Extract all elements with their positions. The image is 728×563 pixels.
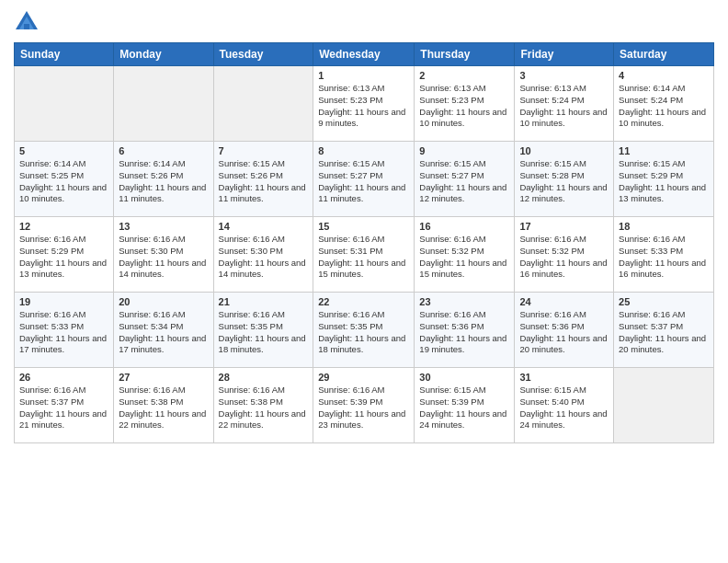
calendar-cell: 25Sunrise: 6:16 AM Sunset: 5:37 PM Dayli… bbox=[614, 293, 714, 368]
day-info: Sunrise: 6:14 AM Sunset: 5:25 PM Dayligh… bbox=[19, 158, 108, 205]
calendar-cell: 8Sunrise: 6:15 AM Sunset: 5:27 PM Daylig… bbox=[313, 142, 415, 217]
day-number: 23 bbox=[419, 296, 509, 307]
calendar: SundayMondayTuesdayWednesdayThursdayFrid… bbox=[14, 42, 714, 443]
calendar-cell: 21Sunrise: 6:16 AM Sunset: 5:35 PM Dayli… bbox=[213, 293, 313, 368]
day-number: 4 bbox=[619, 70, 709, 81]
logo-icon bbox=[14, 9, 40, 35]
calendar-week-row: 26Sunrise: 6:16 AM Sunset: 5:37 PM Dayli… bbox=[15, 368, 714, 443]
day-number: 17 bbox=[519, 221, 609, 232]
calendar-cell: 15Sunrise: 6:16 AM Sunset: 5:31 PM Dayli… bbox=[313, 217, 415, 293]
header bbox=[14, 9, 714, 35]
day-number: 1 bbox=[318, 70, 409, 81]
day-info: Sunrise: 6:16 AM Sunset: 5:38 PM Dayligh… bbox=[219, 385, 309, 431]
calendar-day-header: Sunday bbox=[15, 43, 114, 66]
calendar-cell: 11Sunrise: 6:15 AM Sunset: 5:29 PM Dayli… bbox=[614, 142, 714, 217]
calendar-cell: 9Sunrise: 6:15 AM Sunset: 5:27 PM Daylig… bbox=[415, 142, 515, 217]
day-info: Sunrise: 6:15 AM Sunset: 5:28 PM Dayligh… bbox=[519, 158, 609, 205]
calendar-cell: 10Sunrise: 6:15 AM Sunset: 5:28 PM Dayli… bbox=[515, 142, 614, 217]
calendar-cell: 19Sunrise: 6:16 AM Sunset: 5:33 PM Dayli… bbox=[15, 293, 114, 368]
day-info: Sunrise: 6:16 AM Sunset: 5:29 PM Dayligh… bbox=[19, 234, 108, 281]
calendar-cell: 17Sunrise: 6:16 AM Sunset: 5:32 PM Dayli… bbox=[515, 217, 614, 293]
calendar-day-header: Saturday bbox=[614, 43, 714, 66]
calendar-cell: 31Sunrise: 6:15 AM Sunset: 5:40 PM Dayli… bbox=[515, 368, 614, 443]
day-number: 12 bbox=[19, 221, 108, 232]
day-number: 6 bbox=[119, 145, 208, 156]
calendar-week-row: 19Sunrise: 6:16 AM Sunset: 5:33 PM Dayli… bbox=[15, 293, 714, 368]
calendar-cell: 7Sunrise: 6:15 AM Sunset: 5:26 PM Daylig… bbox=[213, 142, 313, 217]
calendar-cell: 1Sunrise: 6:13 AM Sunset: 5:23 PM Daylig… bbox=[313, 66, 415, 142]
calendar-cell: 16Sunrise: 6:16 AM Sunset: 5:32 PM Dayli… bbox=[415, 217, 515, 293]
day-info: Sunrise: 6:16 AM Sunset: 5:37 PM Dayligh… bbox=[19, 385, 108, 431]
day-number: 5 bbox=[19, 145, 108, 156]
day-number: 10 bbox=[519, 145, 609, 156]
day-info: Sunrise: 6:16 AM Sunset: 5:39 PM Dayligh… bbox=[318, 385, 409, 431]
calendar-cell: 23Sunrise: 6:16 AM Sunset: 5:36 PM Dayli… bbox=[415, 293, 515, 368]
calendar-cell bbox=[213, 66, 313, 142]
day-number: 31 bbox=[519, 372, 609, 383]
day-number: 27 bbox=[119, 372, 208, 383]
calendar-week-row: 12Sunrise: 6:16 AM Sunset: 5:29 PM Dayli… bbox=[15, 217, 714, 293]
calendar-cell bbox=[15, 66, 114, 142]
calendar-day-header: Tuesday bbox=[213, 43, 313, 66]
calendar-cell bbox=[614, 368, 714, 443]
day-info: Sunrise: 6:15 AM Sunset: 5:27 PM Dayligh… bbox=[419, 158, 509, 205]
page: SundayMondayTuesdayWednesdayThursdayFrid… bbox=[0, 0, 728, 563]
calendar-header-row: SundayMondayTuesdayWednesdayThursdayFrid… bbox=[15, 43, 714, 66]
day-info: Sunrise: 6:16 AM Sunset: 5:34 PM Dayligh… bbox=[119, 309, 208, 356]
day-info: Sunrise: 6:16 AM Sunset: 5:32 PM Dayligh… bbox=[519, 234, 609, 281]
day-info: Sunrise: 6:15 AM Sunset: 5:26 PM Dayligh… bbox=[219, 158, 309, 205]
calendar-day-header: Wednesday bbox=[313, 43, 415, 66]
day-number: 14 bbox=[219, 221, 309, 232]
day-number: 25 bbox=[619, 296, 709, 307]
calendar-cell: 2Sunrise: 6:13 AM Sunset: 5:23 PM Daylig… bbox=[415, 66, 515, 142]
day-info: Sunrise: 6:16 AM Sunset: 5:33 PM Dayligh… bbox=[19, 309, 108, 356]
calendar-cell: 29Sunrise: 6:16 AM Sunset: 5:39 PM Dayli… bbox=[313, 368, 415, 443]
day-info: Sunrise: 6:13 AM Sunset: 5:24 PM Dayligh… bbox=[519, 83, 609, 130]
calendar-cell: 18Sunrise: 6:16 AM Sunset: 5:33 PM Dayli… bbox=[614, 217, 714, 293]
calendar-day-header: Monday bbox=[114, 43, 213, 66]
day-number: 13 bbox=[119, 221, 208, 232]
calendar-cell: 6Sunrise: 6:14 AM Sunset: 5:26 PM Daylig… bbox=[114, 142, 213, 217]
day-info: Sunrise: 6:16 AM Sunset: 5:30 PM Dayligh… bbox=[219, 234, 309, 281]
calendar-cell: 4Sunrise: 6:14 AM Sunset: 5:24 PM Daylig… bbox=[614, 66, 714, 142]
day-number: 30 bbox=[419, 372, 509, 383]
day-info: Sunrise: 6:15 AM Sunset: 5:40 PM Dayligh… bbox=[519, 385, 609, 431]
calendar-cell: 22Sunrise: 6:16 AM Sunset: 5:35 PM Dayli… bbox=[313, 293, 415, 368]
day-number: 24 bbox=[519, 296, 609, 307]
day-info: Sunrise: 6:16 AM Sunset: 5:31 PM Dayligh… bbox=[318, 234, 409, 281]
calendar-cell: 5Sunrise: 6:14 AM Sunset: 5:25 PM Daylig… bbox=[15, 142, 114, 217]
day-info: Sunrise: 6:16 AM Sunset: 5:32 PM Dayligh… bbox=[419, 234, 509, 281]
day-number: 20 bbox=[119, 296, 208, 307]
day-info: Sunrise: 6:13 AM Sunset: 5:23 PM Dayligh… bbox=[318, 83, 409, 130]
day-number: 8 bbox=[318, 145, 409, 156]
day-info: Sunrise: 6:16 AM Sunset: 5:35 PM Dayligh… bbox=[318, 309, 409, 356]
day-number: 21 bbox=[219, 296, 309, 307]
calendar-week-row: 1Sunrise: 6:13 AM Sunset: 5:23 PM Daylig… bbox=[15, 66, 714, 142]
day-number: 19 bbox=[19, 296, 108, 307]
day-number: 18 bbox=[619, 221, 709, 232]
calendar-cell: 26Sunrise: 6:16 AM Sunset: 5:37 PM Dayli… bbox=[15, 368, 114, 443]
day-info: Sunrise: 6:16 AM Sunset: 5:35 PM Dayligh… bbox=[219, 309, 309, 356]
day-number: 2 bbox=[419, 70, 509, 81]
calendar-cell: 3Sunrise: 6:13 AM Sunset: 5:24 PM Daylig… bbox=[515, 66, 614, 142]
calendar-day-header: Thursday bbox=[415, 43, 515, 66]
calendar-cell: 20Sunrise: 6:16 AM Sunset: 5:34 PM Dayli… bbox=[114, 293, 213, 368]
calendar-cell: 24Sunrise: 6:16 AM Sunset: 5:36 PM Dayli… bbox=[515, 293, 614, 368]
day-number: 11 bbox=[619, 145, 709, 156]
calendar-cell: 14Sunrise: 6:16 AM Sunset: 5:30 PM Dayli… bbox=[213, 217, 313, 293]
day-number: 16 bbox=[419, 221, 509, 232]
day-info: Sunrise: 6:16 AM Sunset: 5:30 PM Dayligh… bbox=[119, 234, 208, 281]
day-number: 26 bbox=[19, 372, 108, 383]
logo bbox=[14, 9, 43, 35]
calendar-day-header: Friday bbox=[515, 43, 614, 66]
day-info: Sunrise: 6:13 AM Sunset: 5:23 PM Dayligh… bbox=[419, 83, 509, 130]
day-number: 15 bbox=[318, 221, 409, 232]
day-number: 29 bbox=[318, 372, 409, 383]
day-number: 9 bbox=[419, 145, 509, 156]
day-number: 22 bbox=[318, 296, 409, 307]
svg-rect-2 bbox=[24, 24, 29, 29]
calendar-cell: 27Sunrise: 6:16 AM Sunset: 5:38 PM Dayli… bbox=[114, 368, 213, 443]
calendar-cell: 13Sunrise: 6:16 AM Sunset: 5:30 PM Dayli… bbox=[114, 217, 213, 293]
day-info: Sunrise: 6:16 AM Sunset: 5:37 PM Dayligh… bbox=[619, 309, 709, 356]
calendar-cell bbox=[114, 66, 213, 142]
